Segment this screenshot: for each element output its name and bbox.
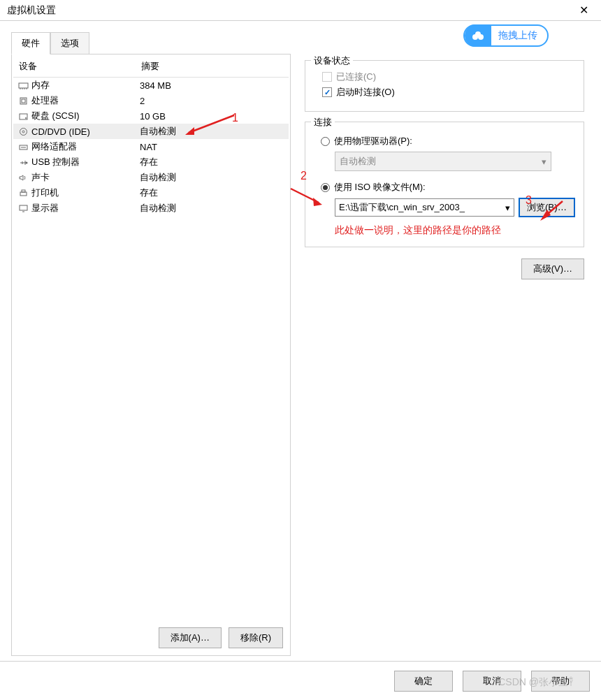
header-device: 设备	[13, 56, 136, 77]
row-memory[interactable]: 内存 384 MB	[13, 78, 289, 93]
row-label: 声卡	[30, 171, 138, 184]
status-legend: 设备状态	[311, 54, 353, 67]
row-summary: 自动检测	[138, 202, 286, 214]
iso-path-select[interactable]: E:\迅雷下载\cn_win_srv_2003_ ▾	[335, 198, 514, 217]
row-usb[interactable]: USB 控制器 存在	[13, 154, 289, 170]
physical-drive-radio[interactable]	[321, 137, 330, 146]
row-summary: 384 MB	[138, 80, 286, 91]
display-icon	[16, 204, 30, 213]
svg-point-7	[25, 117, 27, 119]
advanced-button[interactable]: 高级(V)…	[521, 258, 584, 279]
drag-upload-button[interactable]: 拖拽上传	[463, 24, 549, 47]
row-summary: 2	[138, 96, 286, 106]
row-summary: NAT	[138, 142, 286, 152]
list-header: 设备 摘要	[13, 56, 289, 78]
cancel-button[interactable]: 取消	[463, 671, 521, 692]
upload-label: 拖拽上传	[498, 29, 537, 42]
physical-drive-label: 使用物理驱动器(P):	[334, 135, 412, 147]
svg-point-11	[25, 161, 27, 163]
usb-icon	[16, 158, 30, 167]
printer-icon	[16, 189, 30, 198]
connection-legend: 连接	[311, 116, 335, 129]
disk-icon	[16, 112, 30, 121]
sound-icon	[16, 173, 30, 182]
row-cddvd[interactable]: CD/DVD (IDE) 自动检测	[13, 124, 289, 139]
window-title: 虚拟机设置	[7, 4, 574, 17]
row-label: 内存	[30, 79, 138, 92]
add-button[interactable]: 添加(A)…	[159, 627, 222, 648]
memory-icon	[16, 81, 30, 90]
svg-rect-12	[20, 192, 27, 196]
physical-drive-value: 自动检测	[340, 155, 376, 168]
help-button[interactable]: 帮助	[531, 671, 590, 692]
row-summary: 存在	[138, 187, 286, 199]
chevron-down-icon: ▾	[505, 203, 510, 213]
row-summary: 自动检测	[138, 125, 286, 138]
browse-button[interactable]: 浏览(B)…	[519, 198, 575, 217]
row-sound[interactable]: 声卡 自动检测	[13, 170, 289, 185]
svg-point-2	[475, 31, 481, 37]
connected-checkbox	[322, 72, 332, 82]
row-summary: 自动检测	[138, 171, 286, 184]
cd-icon	[16, 127, 30, 136]
ok-button[interactable]: 确定	[394, 671, 453, 692]
row-display[interactable]: 显示器 自动检测	[13, 200, 289, 216]
annotation-text: 此处做一说明，这里的路径是你的路径	[335, 224, 575, 237]
close-icon[interactable]: ✕	[574, 1, 594, 20]
tab-options[interactable]: 选项	[50, 32, 89, 54]
row-label: CD/DVD (IDE)	[30, 126, 138, 137]
svg-rect-3	[19, 83, 28, 88]
row-label: USB 控制器	[30, 156, 138, 168]
header-summary: 摘要	[136, 56, 289, 77]
iso-radio[interactable]	[321, 183, 330, 192]
row-label: 硬盘 (SCSI)	[30, 110, 138, 122]
row-summary: 存在	[138, 156, 286, 168]
physical-drive-select: 自动检测 ▾	[335, 152, 551, 171]
connect-on-start-label: 启动时连接(O)	[336, 86, 395, 99]
connect-on-start-checkbox[interactable]	[322, 87, 332, 97]
row-network[interactable]: 网络适配器 NAT	[13, 139, 289, 154]
remove-button[interactable]: 移除(R)	[229, 627, 283, 648]
row-label: 网络适配器	[30, 140, 138, 153]
svg-point-8	[20, 128, 27, 135]
row-processor[interactable]: 处理器 2	[13, 93, 289, 108]
row-disk[interactable]: 硬盘 (SCSI) 10 GB	[13, 108, 289, 124]
svg-point-9	[22, 131, 24, 133]
iso-path-value: E:\迅雷下载\cn_win_srv_2003_	[339, 201, 465, 214]
svg-rect-5	[22, 99, 25, 103]
network-icon	[16, 143, 30, 152]
iso-label: 使用 ISO 映像文件(M):	[334, 181, 426, 194]
cloud-icon	[465, 24, 491, 47]
row-label: 处理器	[30, 94, 138, 107]
cpu-icon	[16, 96, 30, 105]
row-label: 显示器	[30, 202, 138, 214]
svg-rect-13	[22, 190, 25, 192]
svg-rect-14	[20, 205, 27, 210]
row-label: 打印机	[30, 187, 138, 199]
chevron-down-icon: ▾	[542, 156, 546, 167]
svg-rect-4	[20, 98, 27, 104]
row-printer[interactable]: 打印机 存在	[13, 185, 289, 200]
connected-label: 已连接(C)	[336, 71, 376, 83]
row-summary: 10 GB	[138, 111, 286, 122]
tab-hardware[interactable]: 硬件	[11, 32, 50, 54]
